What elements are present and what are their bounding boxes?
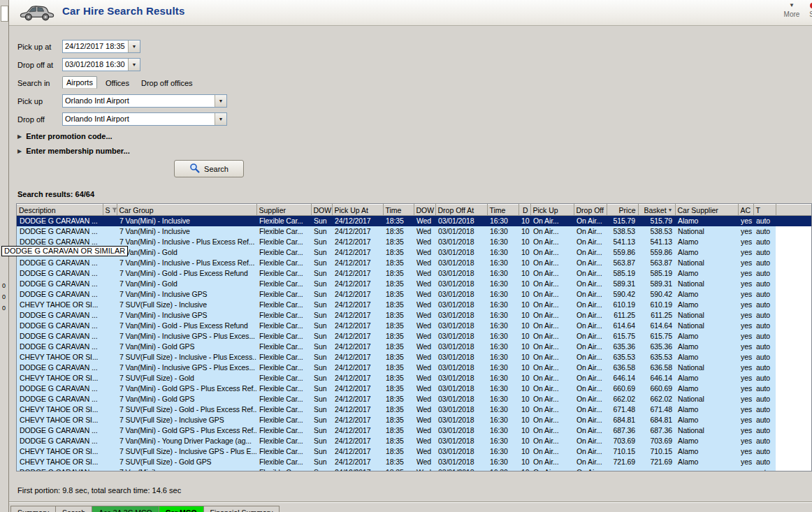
- cell-t: auto: [753, 310, 776, 321]
- cell-description: CHEVY TAHOE OR SI...: [17, 446, 103, 457]
- cell-basket: 614.64: [638, 321, 675, 331]
- dropoff-datetime-value[interactable]: 03/01/2018 16:30: [63, 59, 128, 71]
- col-ac[interactable]: AC: [738, 205, 753, 216]
- col-car-supplier[interactable]: Car Supplier: [675, 205, 738, 216]
- table-row[interactable]: DODGE G CARAVAN ...7 Van(Mini) - Gold GP…: [17, 383, 812, 394]
- pickup-datetime-value[interactable]: 24/12/2017 18:35: [63, 41, 128, 52]
- promotion-code-expander[interactable]: ▶ Enter promotion code...: [17, 132, 113, 140]
- col-dow-pickup[interactable]: DOW: [311, 205, 332, 216]
- cell-pickup-time: 18:35: [383, 216, 414, 227]
- tab-drop-off-offices[interactable]: Drop off offices: [138, 78, 196, 89]
- pickup-datetime-combo[interactable]: 24/12/2017 18:35 ▼: [62, 40, 140, 53]
- pickup-location-dropdown-button[interactable]: ▼: [215, 95, 226, 107]
- cell-days: 10: [519, 321, 530, 331]
- table-row[interactable]: DODGE G CARAVAN ...7 Van(Mini) - GoldFle…: [17, 247, 812, 258]
- bottom-tab-bar: SummarySearchAcc 3A 3C MCOCar MCOFinanci…: [10, 506, 280, 512]
- col-dropoff-location[interactable]: Drop Off: [574, 205, 607, 216]
- cell-s: [103, 352, 117, 363]
- col-supplier[interactable]: Supplier: [256, 205, 311, 216]
- cell-pickup-date: 24/12/2017: [332, 425, 383, 436]
- pickup-datetime-dropdown-button[interactable]: ▼: [128, 41, 140, 52]
- cell-supplier: Flexible Car...: [256, 352, 311, 363]
- table-row[interactable]: DODGE G CARAVAN ...7 Van(Mini) - Gold GP…: [17, 425, 812, 436]
- cell-dropoff-time: 16:30: [487, 321, 519, 331]
- col-basket[interactable]: Basket ▼: [638, 205, 675, 216]
- bottom-tab-financial-summary[interactable]: Financial Summary: [204, 506, 280, 512]
- col-dropoff-at[interactable]: Drop Off At: [435, 205, 487, 216]
- col-time-pickup[interactable]: Time: [383, 205, 414, 216]
- table-row[interactable]: DODGE G CARAVAN ...7 Van(Mini) - ...Flex…: [17, 467, 812, 471]
- col-t[interactable]: T: [753, 205, 776, 216]
- cell-t: auto: [753, 415, 776, 425]
- cell-basket: 610.19: [638, 300, 675, 310]
- table-row[interactable]: CHEVY TAHOE OR SI...7 SUV(Full Size) - G…: [17, 457, 812, 467]
- cell-car-supplier: Alamo: [675, 331, 738, 342]
- cell-t: auto: [753, 300, 776, 310]
- cell-days: 10: [519, 467, 530, 471]
- bottom-tab-acc-3a-3c-mco[interactable]: Acc 3A 3C MCO: [92, 506, 159, 512]
- table-row[interactable]: CHEVY TAHOE OR SI...7 SUV(Full Size) - I…: [17, 352, 812, 363]
- col-time-dropoff[interactable]: Time: [487, 205, 519, 216]
- sort-icon: ▼: [668, 207, 673, 213]
- table-row[interactable]: CHEVY TAHOE OR SI...7 SUV(Full Size) - G…: [17, 404, 812, 415]
- col-price[interactable]: Price: [607, 205, 638, 216]
- table-row[interactable]: DODGE G CARAVAN ...7 Van(Mini) - Inclusi…: [17, 226, 812, 237]
- cell-days: 10: [519, 394, 530, 404]
- cell-t: auto: [753, 321, 776, 331]
- cell-t: auto: [753, 279, 776, 289]
- table-row[interactable]: CHEVY TAHOE OR SI...7 SUV(Full Size) - G…: [17, 373, 812, 383]
- col-description[interactable]: Description: [17, 205, 103, 216]
- col-days[interactable]: D: [519, 205, 530, 216]
- table-row[interactable]: DODGE G CARAVAN ...7 Van(Mini) - Inclusi…: [17, 237, 812, 247]
- cell-pickup-date: 24/12/2017: [332, 467, 383, 471]
- table-row[interactable]: DODGE G CARAVAN ...7 Van(Mini) - Inclusi…: [17, 310, 812, 321]
- table-row[interactable]: DODGE G CARAVAN ...7 Van(Mini) - Gold GP…: [17, 394, 812, 404]
- col-dow-dropoff[interactable]: DOW: [414, 205, 435, 216]
- cell-dropoff-date: 03/01/2018: [435, 394, 487, 404]
- table-row[interactable]: DODGE G CARAVAN ...7 Van(Mini) - Inclusi…: [17, 258, 812, 268]
- dropdown-arrow-icon: ▼: [132, 62, 137, 67]
- bottom-tab-car-mco[interactable]: Car MCO: [159, 506, 204, 512]
- table-row[interactable]: DODGE G CARAVAN ...7 Van(Mini) - Inclusi…: [17, 289, 812, 300]
- tab-airports[interactable]: Airports: [62, 76, 97, 89]
- dropoff-datetime-dropdown-button[interactable]: ▼: [128, 59, 140, 71]
- table-row[interactable]: CHEVY TAHOE OR SI...7 SUV(Full Size) - I…: [17, 446, 812, 457]
- table-row[interactable]: CHEVY TAHOE OR SI...7 SUV(Full Size) - I…: [17, 415, 812, 425]
- bottom-tab-summary[interactable]: Summary: [10, 506, 56, 512]
- table-row[interactable]: CHEVY TAHOE OR SI...7 SUV(Full Size) - I…: [17, 300, 812, 310]
- cell-pickup-loc: On Air...: [530, 237, 574, 247]
- dropoff-location-value[interactable]: Orlando Intl Airport: [63, 113, 215, 125]
- table-row[interactable]: DODGE G CARAVAN ...7 Van(Mini) - Inclusi…: [17, 216, 812, 227]
- bottom-tab-search[interactable]: Search: [56, 506, 92, 512]
- more-button[interactable]: ▼ More: [780, 1, 804, 18]
- table-row[interactable]: DODGE G CARAVAN ...7 Van(Mini) - Inclusi…: [17, 331, 812, 342]
- dropoff-location-combo[interactable]: Orlando Intl Airport ▼: [62, 112, 227, 126]
- cell-s: [103, 467, 117, 471]
- table-row[interactable]: DODGE G CARAVAN ...7 Van(Mini) - Inclusi…: [17, 363, 812, 373]
- dropoff-location-dropdown-button[interactable]: ▼: [215, 113, 226, 125]
- cell-price: 585.19: [607, 268, 638, 279]
- table-row[interactable]: DODGE G CARAVAN ...7 Van(Mini) - GoldFle…: [17, 279, 812, 289]
- table-row[interactable]: DODGE G CARAVAN ...7 Van(Mini) - Gold - …: [17, 321, 812, 331]
- cell-days: 10: [519, 226, 530, 237]
- cell-supplier: Flexible Car...: [256, 457, 311, 467]
- membership-number-expander[interactable]: ▶ Enter membership number...: [17, 147, 130, 155]
- tab-offices[interactable]: Offices: [102, 78, 133, 89]
- col-s[interactable]: S: [103, 205, 117, 216]
- search-button[interactable]: Search: [174, 160, 244, 177]
- col-pickup-at[interactable]: Pick Up At: [332, 205, 383, 216]
- col-car-group[interactable]: Car Group: [117, 205, 256, 216]
- cell-dropoff-loc: On Air...: [574, 415, 607, 425]
- stop-button[interactable]: St: [801, 1, 812, 18]
- table-row[interactable]: DODGE G CARAVAN ...7 Van(Mini) - Gold - …: [17, 268, 812, 279]
- search-icon: [189, 163, 200, 175]
- table-row[interactable]: DODGE G CARAVAN ...7 Van(Mini) - Gold GP…: [17, 342, 812, 352]
- pickup-location-value[interactable]: Orlando Intl Airport: [63, 95, 215, 107]
- table-row[interactable]: DODGE G CARAVAN ...7 Van(Mini) - Young D…: [17, 436, 812, 446]
- pickup-location-combo[interactable]: Orlando Intl Airport ▼: [62, 94, 227, 108]
- dropoff-datetime-combo[interactable]: 03/01/2018 16:30 ▼: [62, 58, 140, 71]
- col-pickup-location[interactable]: Pick Up: [530, 205, 574, 216]
- cell-dow1: Sun: [311, 363, 332, 373]
- cell-days: 10: [519, 331, 530, 342]
- cell-ac: yes: [738, 415, 753, 425]
